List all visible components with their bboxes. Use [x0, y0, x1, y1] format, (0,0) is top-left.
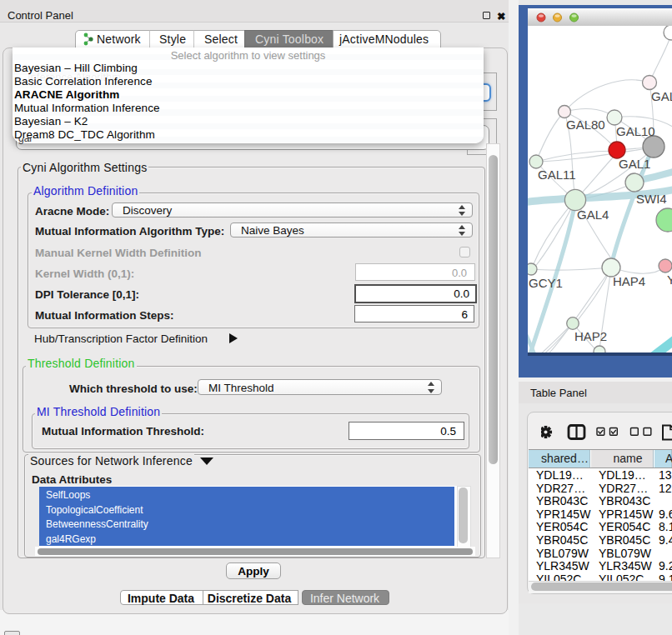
svg-text:GAL10: GAL10	[616, 124, 655, 138]
svg-text:GAL1: GAL1	[619, 157, 650, 171]
svg-text:GAL11: GAL11	[538, 168, 576, 182]
svg-text:SWI4: SWI4	[636, 192, 667, 206]
svg-text:GAL80: GAL80	[566, 118, 605, 132]
svg-text:HAP2: HAP2	[574, 329, 607, 343]
svg-text:GCY1: GCY1	[529, 276, 563, 290]
svg-text:GAL7: GAL7	[651, 89, 672, 103]
svg-text:GAL4: GAL4	[577, 208, 609, 222]
svg-text:HAP4: HAP4	[613, 274, 645, 288]
svg-text:Y: Y	[667, 272, 672, 287]
